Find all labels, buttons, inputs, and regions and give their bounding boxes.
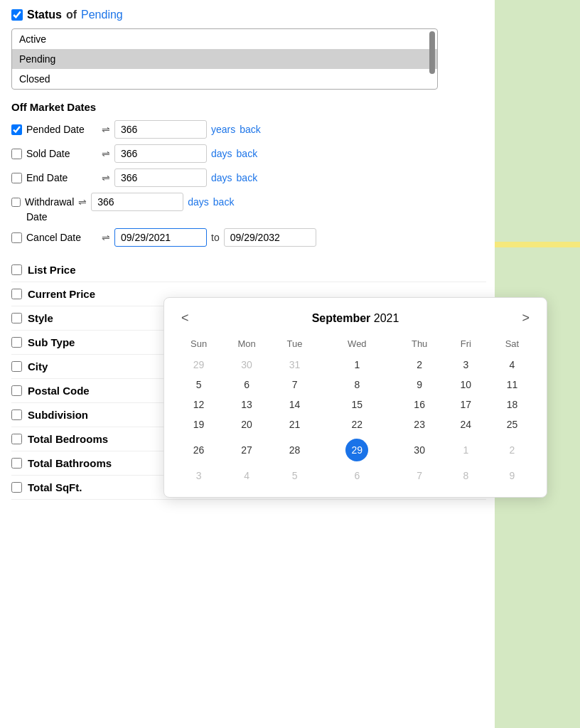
current-price-checkbox[interactable] — [11, 289, 22, 299]
withdrawal-sub-label: Date — [26, 211, 486, 223]
calendar-day[interactable]: 20 — [222, 414, 272, 434]
calendar-day[interactable]: 14 — [272, 395, 318, 414]
sold-date-label: Sold Date — [26, 148, 97, 159]
pended-date-row: Pended Date ⇌ years back — [11, 120, 486, 139]
city-checkbox[interactable] — [11, 361, 22, 372]
pended-back-link[interactable]: back — [240, 124, 261, 135]
end-date-input[interactable] — [114, 168, 207, 187]
end-days-link[interactable]: days — [211, 172, 232, 183]
calendar-day[interactable]: 16 — [397, 395, 443, 414]
pended-date-input[interactable] — [114, 120, 207, 139]
scrollbar[interactable] — [429, 31, 435, 74]
calendar-day[interactable]: 28 — [272, 434, 318, 466]
sold-days-link[interactable]: days — [211, 148, 232, 159]
postal-code-label: Postal Code — [28, 385, 90, 397]
end-date-checkbox[interactable] — [11, 173, 22, 183]
sold-date-row: Sold Date ⇌ days back — [11, 144, 486, 163]
calendar-day[interactable]: 10 — [443, 375, 489, 395]
calendar-day[interactable]: 21 — [272, 414, 318, 434]
cancel-date-row: Cancel Date ⇌ to — [11, 228, 486, 247]
calendar-day[interactable]: 18 — [489, 395, 535, 414]
cancel-date-to-input[interactable] — [224, 228, 316, 247]
off-market-section: Off Market Dates Pended Date ⇌ years bac… — [11, 101, 486, 247]
subdivision-checkbox[interactable] — [11, 410, 22, 420]
calendar-next-btn[interactable]: > — [516, 309, 535, 327]
status-dropdown[interactable]: Active Pending Closed — [11, 28, 438, 90]
calendar-day[interactable]: 4 — [489, 355, 535, 375]
calendar-day[interactable]: 8 — [318, 375, 396, 395]
calendar-day[interactable]: 9 — [489, 466, 535, 486]
calendar-day[interactable]: 25 — [489, 414, 535, 434]
calendar-day[interactable]: 29 — [176, 355, 222, 375]
status-checkbox[interactable] — [11, 9, 23, 21]
calendar-day[interactable]: 1 — [318, 355, 396, 375]
status-option-active[interactable]: Active — [12, 29, 437, 49]
style-checkbox[interactable] — [11, 313, 22, 323]
calendar-month: September — [312, 312, 371, 324]
calendar-day[interactable]: 5 — [176, 375, 222, 395]
calendar-day[interactable]: 3 — [176, 466, 222, 486]
calendar-day[interactable]: 7 — [272, 375, 318, 395]
calendar-grid: Sun Mon Tue Wed Thu Fri Sat 293031123456… — [176, 336, 535, 486]
calendar-day[interactable]: 15 — [318, 395, 396, 414]
transfer-icon-withdrawal: ⇌ — [78, 196, 87, 208]
calendar-day[interactable]: 30 — [397, 434, 443, 466]
calendar-day[interactable]: 2 — [397, 355, 443, 375]
calendar-day[interactable]: 26 — [176, 434, 222, 466]
calendar-title: September 2021 — [312, 312, 399, 325]
calendar-day[interactable]: 4 — [222, 466, 272, 486]
calendar-day[interactable]: 31 — [272, 355, 318, 375]
day-header-wed: Wed — [318, 336, 396, 355]
calendar-day[interactable]: 12 — [176, 395, 222, 414]
total-bedrooms-checkbox[interactable] — [11, 434, 22, 444]
pended-date-checkbox[interactable] — [11, 124, 22, 135]
status-option-closed[interactable]: Closed — [12, 69, 437, 89]
cancel-date-checkbox[interactable] — [11, 232, 22, 243]
sold-date-input[interactable] — [114, 144, 207, 163]
sold-back-link[interactable]: back — [237, 148, 258, 159]
sub-type-checkbox[interactable] — [11, 337, 22, 348]
calendar-day[interactable]: 11 — [489, 375, 535, 395]
status-option-pending[interactable]: Pending — [12, 49, 437, 69]
cancel-date-from-input[interactable] — [114, 228, 207, 247]
calendar-day[interactable]: 19 — [176, 414, 222, 434]
list-price-label: List Price — [28, 264, 76, 276]
withdrawal-back-link[interactable]: back — [213, 196, 235, 208]
calendar-day[interactable]: 6 — [318, 466, 396, 486]
total-sqft-checkbox[interactable] — [11, 482, 22, 493]
status-label: Status — [27, 9, 62, 21]
postal-code-checkbox[interactable] — [11, 385, 22, 396]
total-bathrooms-checkbox[interactable] — [11, 458, 22, 469]
status-of-link[interactable]: of — [66, 9, 77, 21]
calendar-day[interactable]: 23 — [397, 414, 443, 434]
withdrawal-date-checkbox[interactable] — [11, 198, 21, 207]
calendar-day[interactable]: 3 — [443, 355, 489, 375]
field-item-list-price: List Price — [11, 258, 486, 282]
withdrawal-date-input[interactable] — [91, 193, 183, 211]
list-price-checkbox[interactable] — [11, 264, 22, 275]
withdrawal-days-link[interactable]: days — [188, 196, 209, 208]
total-bedrooms-label: Total Bedrooms — [28, 433, 108, 445]
calendar-day[interactable]: 6 — [222, 375, 272, 395]
calendar-day[interactable]: 24 — [443, 414, 489, 434]
calendar-day[interactable]: 2 — [489, 434, 535, 466]
calendar-day[interactable]: 7 — [397, 466, 443, 486]
city-label: City — [28, 360, 48, 373]
calendar-day[interactable]: 1 — [443, 434, 489, 466]
calendar-day[interactable]: 9 — [397, 375, 443, 395]
end-back-link[interactable]: back — [237, 172, 258, 183]
sold-date-checkbox[interactable] — [11, 149, 22, 159]
status-pending-link[interactable]: Pending — [81, 9, 123, 21]
calendar-day[interactable]: 30 — [222, 355, 272, 375]
calendar-day-selected[interactable]: 29 — [318, 434, 396, 466]
calendar-day[interactable]: 5 — [272, 466, 318, 486]
calendar-day[interactable]: 27 — [222, 434, 272, 466]
transfer-icon-end: ⇌ — [102, 172, 110, 183]
calendar-popup: < September 2021 > Sun Mon Tue Wed Thu F… — [163, 297, 547, 498]
calendar-day[interactable]: 13 — [222, 395, 272, 414]
calendar-day[interactable]: 17 — [443, 395, 489, 414]
calendar-day[interactable]: 8 — [443, 466, 489, 486]
pended-years-link[interactable]: years — [211, 124, 235, 135]
calendar-day[interactable]: 22 — [318, 414, 396, 434]
calendar-prev-btn[interactable]: < — [176, 309, 195, 327]
